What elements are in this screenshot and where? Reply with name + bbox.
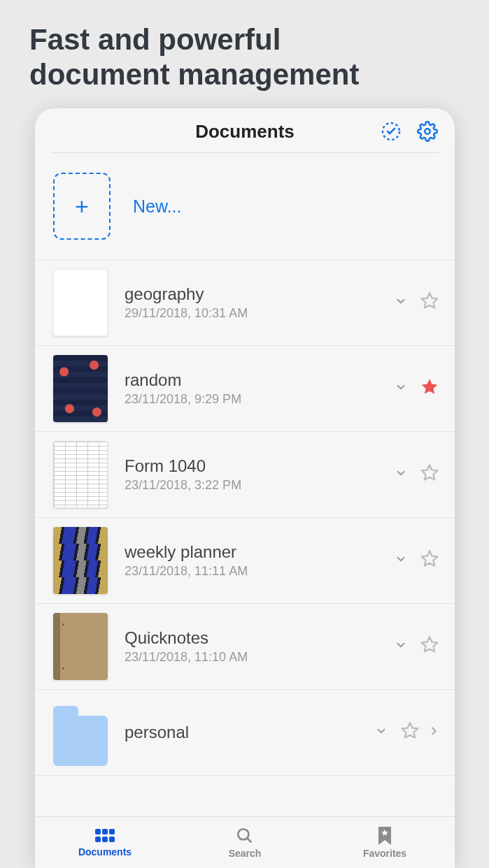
document-actions <box>395 549 439 572</box>
document-actions <box>395 291 439 314</box>
document-title: geography <box>125 284 378 304</box>
document-list: geography29/11/2018, 10:31 AMrandom23/11… <box>35 259 455 776</box>
tab-search-label: Search <box>229 848 262 859</box>
marketing-headline: Fast and powerful document management <box>0 0 489 93</box>
header-actions <box>381 121 438 145</box>
star-outline-icon[interactable] <box>420 463 439 486</box>
svg-point-1 <box>425 129 430 134</box>
document-info: Quicknotes23/11/2018, 11:10 AM <box>125 628 378 665</box>
svg-rect-3 <box>102 829 108 834</box>
chevron-right-icon[interactable] <box>428 723 439 742</box>
gear-icon[interactable] <box>417 121 438 145</box>
chevron-down-icon[interactable] <box>395 381 407 396</box>
document-actions <box>375 721 439 744</box>
document-title: Quicknotes <box>125 628 378 648</box>
document-actions <box>395 635 439 658</box>
document-info: geography29/11/2018, 10:31 AM <box>125 284 378 321</box>
app-screen: Documents + New... geography2 <box>35 108 455 868</box>
tab-documents-label: Documents <box>78 846 132 858</box>
document-info: random23/11/2018, 9:29 PM <box>125 370 378 407</box>
document-thumbnail <box>53 527 108 594</box>
chevron-down-icon[interactable] <box>395 467 407 482</box>
document-thumbnail <box>53 613 108 680</box>
grid-icon <box>94 828 115 844</box>
svg-rect-2 <box>95 829 101 834</box>
plus-icon: + <box>75 194 89 218</box>
header: Documents <box>35 108 455 152</box>
svg-rect-5 <box>95 837 101 842</box>
content-area: + New... geography29/11/2018, 10:31 AMra… <box>35 153 455 816</box>
chevron-down-icon[interactable] <box>375 725 388 740</box>
document-date: 23/11/2018, 9:29 PM <box>125 392 378 407</box>
bookmark-icon <box>377 827 392 845</box>
star-outline-icon[interactable] <box>400 721 420 744</box>
document-date: 23/11/2018, 11:10 AM <box>125 650 378 665</box>
document-title: personal <box>125 723 358 742</box>
star-outline-icon[interactable] <box>420 549 439 572</box>
document-title: Form 1040 <box>125 456 378 476</box>
document-date: 23/11/2018, 3:22 PM <box>125 478 378 493</box>
marketing-line1: Fast and powerful <box>29 22 489 57</box>
star-outline-icon[interactable] <box>420 635 439 658</box>
document-info: weekly planner23/11/2018, 11:11 AM <box>125 542 378 579</box>
document-info: Form 104023/11/2018, 3:22 PM <box>125 456 378 493</box>
tab-documents[interactable]: Documents <box>35 817 175 868</box>
chevron-down-icon[interactable] <box>395 553 407 568</box>
document-thumbnail <box>53 441 108 508</box>
document-row[interactable]: geography29/11/2018, 10:31 AM <box>35 259 455 346</box>
svg-rect-6 <box>102 837 108 842</box>
document-actions <box>395 463 439 486</box>
document-thumbnail <box>53 355 108 422</box>
document-title: random <box>125 370 378 390</box>
marketing-line2: document management <box>29 57 489 92</box>
tab-favorites-label: Favorites <box>363 848 406 859</box>
star-outline-icon[interactable] <box>420 291 439 314</box>
document-row[interactable]: Form 104023/11/2018, 3:22 PM <box>35 432 455 518</box>
tab-search[interactable]: Search <box>175 817 315 868</box>
star-filled-icon[interactable] <box>420 377 439 400</box>
chevron-down-icon[interactable] <box>395 639 407 654</box>
new-document-placeholder[interactable]: + <box>53 173 111 240</box>
select-icon[interactable] <box>381 121 402 145</box>
document-date: 23/11/2018, 11:11 AM <box>125 564 378 579</box>
svg-rect-7 <box>109 837 115 842</box>
new-document-row[interactable]: + New... <box>35 153 455 259</box>
document-row[interactable]: personal <box>35 690 455 776</box>
document-info: personal <box>125 723 358 742</box>
document-actions <box>395 377 439 400</box>
document-row[interactable]: weekly planner23/11/2018, 11:11 AM <box>35 518 455 604</box>
tab-bar: Documents Search Favorites <box>35 816 455 868</box>
chevron-down-icon[interactable] <box>395 295 407 310</box>
document-row[interactable]: Quicknotes23/11/2018, 11:10 AM <box>35 604 455 690</box>
document-title: weekly planner <box>125 542 378 562</box>
tab-favorites[interactable]: Favorites <box>315 817 455 868</box>
search-icon <box>236 827 254 845</box>
new-document-label: New... <box>133 196 181 217</box>
document-thumbnail <box>53 699 108 766</box>
document-thumbnail <box>53 269 108 336</box>
document-row[interactable]: random23/11/2018, 9:29 PM <box>35 346 455 432</box>
svg-rect-4 <box>109 829 115 834</box>
svg-line-9 <box>247 838 250 841</box>
document-date: 29/11/2018, 10:31 AM <box>125 306 378 321</box>
